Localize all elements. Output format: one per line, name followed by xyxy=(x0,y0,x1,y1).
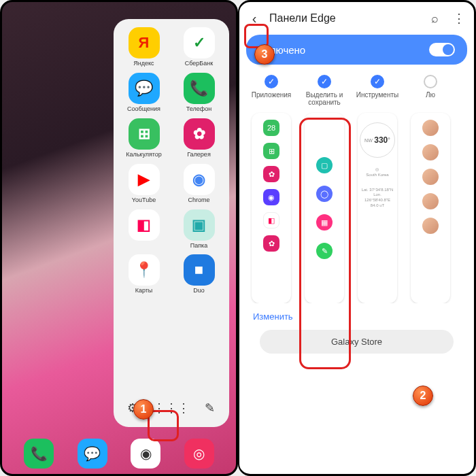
galaxy-store-button[interactable]: Galaxy Store xyxy=(260,330,454,354)
dock-phone-icon[interactable]: 📞 xyxy=(24,439,54,469)
left-screenshot: ЯЯндекс✓СберБанк💬Сообщения📞Телефон⊞Кальк… xyxy=(0,0,238,476)
grid-icon[interactable]: ⋮⋮⋮ xyxy=(160,397,182,419)
panel-label: Приложения xyxy=(252,91,292,107)
app-icon: 💬 xyxy=(129,73,160,104)
app-label: Сообщения xyxy=(127,106,160,113)
app-item[interactable]: ■Duo xyxy=(173,254,225,294)
app-icon: 📞 xyxy=(184,73,215,104)
callout-2: 2 xyxy=(413,386,433,406)
edit-link[interactable]: Изменить xyxy=(239,303,474,330)
callout-1: 1 xyxy=(133,399,154,420)
app-label: Chrome xyxy=(188,197,209,204)
app-label: Карты xyxy=(135,288,153,294)
app-icon: ◧ xyxy=(129,209,160,241)
app-icon: ▶ xyxy=(129,164,160,195)
app-icon: Я xyxy=(129,27,160,58)
app-label: Калькулятор xyxy=(126,152,162,158)
app-item[interactable]: ▶YouTube xyxy=(118,164,170,204)
toggle-switch[interactable] xyxy=(429,43,455,56)
app-item[interactable]: ▣Папка xyxy=(173,209,225,250)
panel-label: Инструменты xyxy=(356,91,398,107)
panels-selector: ✓ Приложения 28 ⊞ ✿ ◉ ◧ ✿ ✓ Выделить и с… xyxy=(239,75,474,303)
coords-text: Lat. 37°34'8.18"N Lon. 126°58'40.8"E 84.… xyxy=(360,188,394,209)
app-icon: ✿ xyxy=(184,118,215,150)
panel-smart-select[interactable]: ✓ Выделить и сохранить ▢ ◯ ▦ ✎ xyxy=(298,75,351,303)
avatar xyxy=(422,218,439,234)
app-item[interactable]: 📍Карты xyxy=(118,254,170,294)
panel-tools[interactable]: ✓ Инструменты NW 330° ◎South Korea Lat. … xyxy=(351,75,404,303)
app-label: Яндекс xyxy=(133,61,154,67)
avatar xyxy=(422,193,439,209)
app-icon: 📍 xyxy=(129,254,160,286)
check-icon[interactable]: ✓ xyxy=(371,75,384,88)
dock-messages-icon[interactable]: 💬 xyxy=(78,439,107,469)
dock-chrome-icon[interactable]: ◉ xyxy=(131,439,160,469)
panel-label: Выделить и сохранить xyxy=(298,91,351,107)
app-label: YouTube xyxy=(132,197,156,204)
page-title: Панели Edge xyxy=(269,12,420,24)
app-item[interactable]: ◧ xyxy=(118,209,170,250)
app-item[interactable]: ✓СберБанк xyxy=(173,27,225,67)
check-icon[interactable]: ✓ xyxy=(265,75,278,88)
callout-3: 3 xyxy=(254,44,275,65)
app-label: СберБанк xyxy=(185,61,213,67)
edit-icon[interactable]: ✎ xyxy=(199,397,221,419)
avatar xyxy=(422,144,439,160)
panel-apps[interactable]: ✓ Приложения 28 ⊞ ✿ ◉ ◧ ✿ xyxy=(245,75,298,303)
app-label: Телефон xyxy=(186,106,211,113)
back-button[interactable]: ‹ xyxy=(245,9,264,28)
search-icon[interactable]: ⌕ xyxy=(425,12,444,26)
avatar xyxy=(422,169,439,185)
more-icon[interactable]: ⋮ xyxy=(449,11,469,26)
check-icon[interactable] xyxy=(424,75,437,88)
panel-people[interactable]: Лю xyxy=(404,75,457,303)
app-icon: ⊞ xyxy=(129,118,160,150)
app-item[interactable]: ✿Галерея xyxy=(173,118,225,158)
edge-apps-panel: ЯЯндекс✓СберБанк💬Сообщения📞Телефон⊞Кальк… xyxy=(114,19,229,427)
app-item[interactable]: ◉Chrome xyxy=(173,164,225,204)
enabled-toggle-bar[interactable]: Включено xyxy=(246,35,467,65)
dock: 📞 💬 ◉ ◎ xyxy=(2,439,236,469)
app-item[interactable]: ЯЯндекс xyxy=(118,27,170,67)
app-item[interactable]: ⊞Калькулятор xyxy=(118,118,170,158)
compass-icon: NW 330° xyxy=(360,122,395,158)
app-label: Duo xyxy=(193,288,205,294)
app-icon: ◉ xyxy=(184,164,215,195)
app-icon: ✓ xyxy=(184,27,215,58)
app-label: Папка xyxy=(190,243,208,250)
dock-camera-icon[interactable]: ◎ xyxy=(184,439,214,469)
right-screenshot: ‹ Панели Edge ⌕ ⋮ Включено ✓ Приложения … xyxy=(238,0,476,476)
check-icon[interactable]: ✓ xyxy=(318,75,331,88)
app-label: Галерея xyxy=(187,152,211,158)
avatar xyxy=(422,120,439,136)
app-icon: ▣ xyxy=(184,209,215,241)
app-item[interactable]: 💬Сообщения xyxy=(118,73,170,113)
location-text: South Korea xyxy=(366,173,388,177)
app-icon: ■ xyxy=(184,254,215,286)
app-item[interactable]: 📞Телефон xyxy=(173,73,225,113)
panel-label: Лю xyxy=(426,91,435,107)
